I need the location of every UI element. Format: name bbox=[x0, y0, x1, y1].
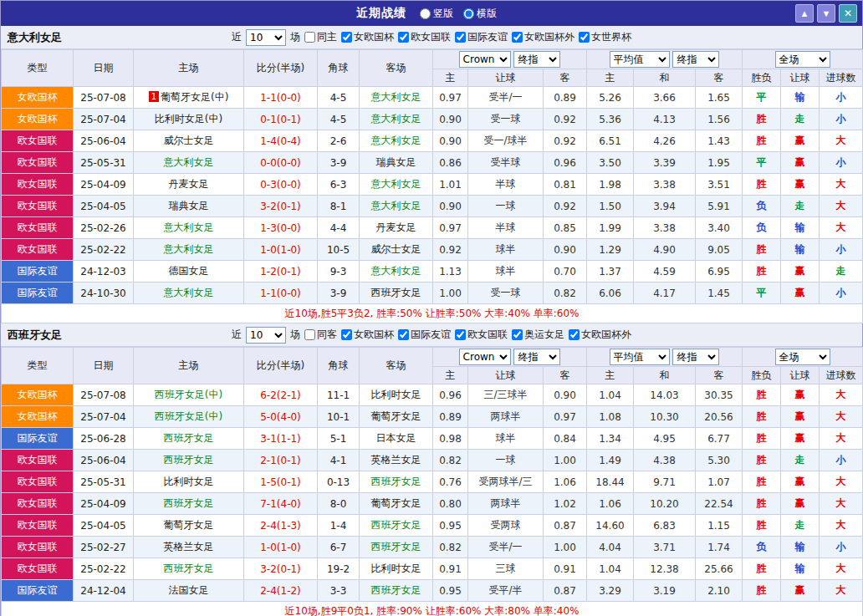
same-venue-checkbox-input[interactable] bbox=[304, 32, 315, 43]
same-venue-checkbox[interactable]: 同客 bbox=[304, 328, 337, 342]
book-away-odds: 0.96 bbox=[544, 152, 587, 174]
average-odds-type-select[interactable]: 终指 bbox=[672, 51, 719, 68]
move-down-button[interactable]: ▼ bbox=[817, 4, 835, 23]
layout-vertical-radio[interactable]: 竖版 bbox=[420, 7, 453, 21]
result-handicap: 输 bbox=[781, 87, 820, 109]
league-checkbox[interactable]: 奥运女足 bbox=[512, 328, 564, 342]
league-badge: 欧女国联 bbox=[2, 493, 74, 515]
match-score: 2-1(0-1) bbox=[244, 450, 318, 471]
result-win-draw-lose: 胜 bbox=[743, 515, 781, 537]
average-select[interactable]: 平均值 bbox=[610, 349, 670, 365]
scope-select[interactable]: 全场 bbox=[775, 349, 830, 365]
match-date: 25-05-31 bbox=[74, 471, 134, 493]
league-checkbox-input[interactable] bbox=[512, 32, 523, 43]
sub-header-goals-result: 进球数 bbox=[820, 367, 863, 384]
bookmaker-select[interactable]: Crown bbox=[459, 51, 511, 68]
league-checkbox-input[interactable] bbox=[569, 329, 580, 340]
home-team: 丹麦女足 bbox=[134, 174, 244, 196]
col-header-score: 比分(半场) bbox=[244, 348, 318, 384]
book-handicap: 受半/一 bbox=[468, 537, 544, 558]
league-checkbox-input[interactable] bbox=[398, 32, 409, 43]
book-handicap: 球半 bbox=[468, 261, 544, 283]
league-checkbox[interactable]: 女世界杯 bbox=[579, 30, 631, 44]
league-checkbox-input[interactable] bbox=[455, 329, 466, 340]
col-header-type: 类型 bbox=[2, 50, 74, 87]
avg-home-odds: 1.04 bbox=[587, 558, 634, 580]
games-label: 场 bbox=[290, 30, 300, 44]
league-badge: 欧女国联 bbox=[2, 239, 74, 261]
avg-away-odds: 25.66 bbox=[696, 558, 743, 580]
corner-score: 3-3 bbox=[318, 580, 360, 602]
average-odds-type-select[interactable]: 终指 bbox=[672, 349, 719, 365]
league-checkbox[interactable]: 女欧国杯 bbox=[341, 328, 394, 342]
league-checkbox-input[interactable] bbox=[341, 32, 352, 43]
team-label: 比利时女足 bbox=[371, 389, 421, 400]
layout-horizontal-radio[interactable]: 横版 bbox=[463, 7, 497, 21]
league-checkbox[interactable]: 欧女国联 bbox=[455, 328, 508, 342]
move-up-button[interactable]: ▲ bbox=[795, 4, 814, 23]
book-handicap: 三/三球半 bbox=[468, 384, 544, 406]
league-checkbox[interactable]: 女欧国杯外 bbox=[512, 30, 574, 44]
home-team: 1葡萄牙女足(中) bbox=[134, 87, 244, 109]
avg-away-odds: 9.05 bbox=[696, 239, 743, 261]
close-button[interactable]: ✕ bbox=[839, 4, 857, 23]
average-select[interactable]: 平均值 bbox=[610, 51, 670, 68]
result-win-draw-lose: 胜 bbox=[743, 130, 781, 152]
team-label: 意大利女足 bbox=[371, 113, 421, 125]
league-checkbox-input[interactable] bbox=[341, 329, 352, 340]
home-team: 意大利女足 bbox=[134, 152, 244, 174]
match-score: 5-0(4-0) bbox=[244, 406, 318, 428]
league-checkbox[interactable]: 女欧国杯 bbox=[341, 30, 394, 44]
avg-home-odds: 6.51 bbox=[587, 130, 634, 152]
league-checkbox-input[interactable] bbox=[512, 329, 523, 340]
team-label: 西班牙女足 bbox=[371, 584, 421, 596]
team-label: 英格兰女足 bbox=[371, 454, 421, 466]
away-team: 西班牙女足 bbox=[360, 471, 433, 493]
league-checkbox-input[interactable] bbox=[579, 32, 590, 43]
match-row: 女欧国杯25-07-08西班牙女足(中)6-2(2-1)11-1比利时女足0.9… bbox=[2, 384, 863, 406]
same-venue-checkbox-input[interactable] bbox=[304, 329, 315, 340]
corner-score: 4-1 bbox=[318, 450, 360, 471]
team-label: 英格兰女足 bbox=[164, 541, 214, 552]
corner-score: 9-3 bbox=[318, 261, 360, 283]
book-away-odds: 1.06 bbox=[544, 471, 587, 493]
bookmaker-odds-type-select[interactable]: 终指 bbox=[513, 349, 560, 365]
result-handicap: 走 bbox=[781, 109, 820, 130]
scope-select[interactable]: 全场 bbox=[775, 51, 830, 68]
match-row: 国际友谊25-06-28西班牙女足3-1(1-1)5-1日本女足0.98球半0.… bbox=[2, 428, 863, 450]
sub-header-book-home: 主 bbox=[433, 367, 468, 384]
home-team: 意大利女足 bbox=[134, 239, 244, 261]
same-venue-checkbox[interactable]: 同主 bbox=[304, 30, 337, 44]
match-date: 25-06-04 bbox=[74, 450, 134, 471]
league-checkbox[interactable]: 国际友谊 bbox=[398, 328, 451, 342]
league-checkbox-input[interactable] bbox=[398, 329, 409, 340]
league-checkbox-input[interactable] bbox=[455, 32, 466, 43]
match-row: 女欧国杯25-07-081葡萄牙女足(中)1-1(0-0)4-5意大利女足0.9… bbox=[2, 87, 863, 109]
bookmaker-odds-type-select[interactable]: 终指 bbox=[513, 51, 560, 68]
league-badge: 欧女国联 bbox=[2, 515, 74, 537]
result-win-draw-lose: 负 bbox=[743, 196, 781, 217]
league-checkbox[interactable]: 国际友谊 bbox=[455, 30, 508, 44]
result-handicap: 赢 bbox=[781, 471, 820, 493]
home-team: 西班牙女足(中) bbox=[134, 384, 244, 406]
corner-score: 8-1 bbox=[318, 196, 360, 217]
layout-vertical-input[interactable] bbox=[420, 8, 431, 19]
match-date: 25-04-05 bbox=[74, 196, 134, 217]
book-home-odds: 1.13 bbox=[433, 261, 468, 283]
recent-count-select[interactable]: 10 bbox=[246, 327, 286, 344]
recent-count-select[interactable]: 10 bbox=[246, 29, 286, 46]
league-checkbox[interactable]: 女欧国杯外 bbox=[569, 328, 631, 342]
league-checkbox[interactable]: 欧女国联 bbox=[398, 30, 451, 44]
sub-header-book-handicap: 让球 bbox=[468, 367, 544, 384]
avg-draw-odds: 4.95 bbox=[634, 428, 696, 450]
match-score: 2-4(1-3) bbox=[244, 515, 318, 537]
team-label: 比利时女足(中) bbox=[155, 113, 222, 125]
book-home-odds: 0.90 bbox=[433, 196, 468, 217]
layout-horizontal-input[interactable] bbox=[463, 8, 474, 19]
match-score: 3-2(0-1) bbox=[244, 558, 318, 580]
book-home-odds: 0.97 bbox=[433, 217, 468, 239]
checkbox-label: 同主 bbox=[317, 30, 337, 44]
sub-header-book-away: 客 bbox=[544, 69, 587, 87]
bookmaker-odds-group: Crown 终指 bbox=[433, 50, 587, 69]
bookmaker-select[interactable]: Crown bbox=[459, 349, 511, 365]
